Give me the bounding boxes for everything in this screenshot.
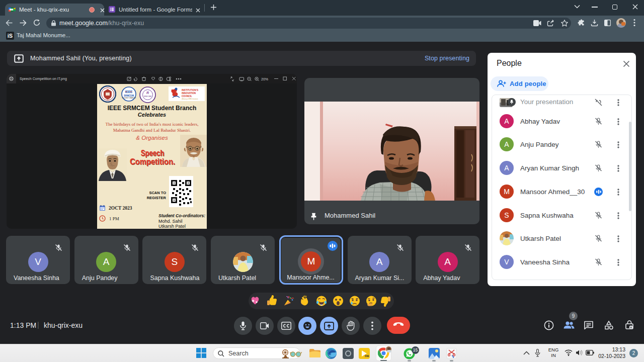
svg-text:COUNCIL: COUNCIL — [182, 95, 192, 98]
svg-text:(Ministry of HRD Initiative): (Ministry of HRD Initiative) — [182, 98, 198, 100]
svg-text:INSTITUTION'S: INSTITUTION'S — [182, 89, 198, 92]
svg-text:R: R — [146, 91, 149, 95]
svg-text:SRMCEM: SRMCEM — [124, 95, 134, 97]
svg-text:20%: 20% — [261, 77, 268, 81]
svg-text:STUDENT BRANCH: STUDENT BRANCH — [122, 97, 136, 99]
svg-text:INNOVATION: INNOVATION — [182, 92, 196, 95]
svg-text:SRM CEM: SRM CEM — [144, 96, 151, 98]
